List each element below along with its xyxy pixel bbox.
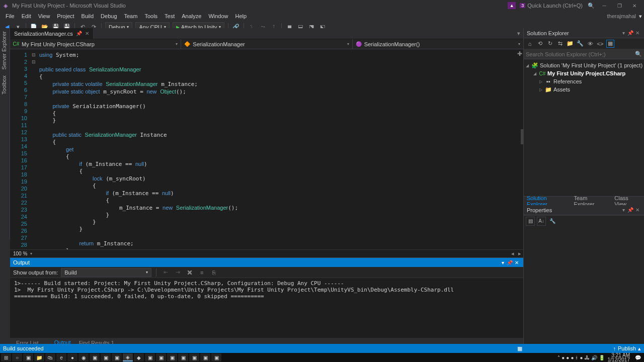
output-wrap-icon[interactable]: ≡ <box>197 268 206 277</box>
edge-taskbar-icon[interactable]: e <box>56 353 66 361</box>
se-close-icon[interactable]: ✕ <box>634 30 641 36</box>
store-taskbar-icon[interactable]: 🛍 <box>45 353 55 361</box>
quick-launch-input[interactable]: Quick Launch (Ctrl+Q) <box>527 3 583 9</box>
cortana-button[interactable]: ○ <box>12 353 22 361</box>
vs-taskbar-icon[interactable]: ◈ <box>123 353 133 361</box>
taskview-button[interactable]: ▣ <box>23 353 33 361</box>
se-refresh-icon[interactable]: ↻ <box>546 40 554 48</box>
system-tray[interactable]: ˄ ● ● ● ᚼ ● 🖧 🔊 🔋 <box>557 355 604 360</box>
start-button[interactable]: ⊞ <box>1 353 11 361</box>
hscroll-right[interactable]: ▸ <box>516 250 523 257</box>
app5-taskbar-icon[interactable]: ▣ <box>145 353 155 361</box>
zoom-level[interactable]: 100 % <box>10 251 30 256</box>
menu-test[interactable]: Test <box>161 13 178 19</box>
tray-icon[interactable]: ● <box>561 355 565 360</box>
tray-volume-icon[interactable]: 🔊 <box>591 355 597 360</box>
se-search-input[interactable] <box>526 51 635 57</box>
code-editor[interactable]: ✚ 12345678910111213141516171819202122232… <box>10 49 523 249</box>
props-alpha-icon[interactable]: A↓ <box>537 217 546 226</box>
props-dropdown-icon[interactable]: ▾ <box>620 207 627 213</box>
tray-icon[interactable]: ● <box>580 355 583 360</box>
unity-taskbar-icon[interactable]: ◆ <box>134 353 144 361</box>
props-categorized-icon[interactable]: ▤ <box>526 217 535 226</box>
tray-bluetooth-icon[interactable]: ᚼ <box>575 355 578 360</box>
menu-view[interactable]: View <box>35 13 54 19</box>
tray-up-icon[interactable]: ˄ <box>557 355 560 360</box>
pin-icon[interactable]: 📌 <box>76 31 82 36</box>
tray-icon[interactable]: ● <box>566 355 569 360</box>
menu-debug[interactable]: Debug <box>97 13 120 19</box>
se-code-icon[interactable]: <> <box>596 40 604 48</box>
split-editor-icon[interactable]: ✚ <box>517 50 522 57</box>
tree-project[interactable]: ◢C#My First Unity Project.CSharp <box>525 69 643 77</box>
menu-team[interactable]: Team <box>121 13 141 19</box>
se-properties-icon[interactable]: 🔧 <box>576 40 584 48</box>
se-collapse-icon[interactable]: ⟲ <box>536 40 544 48</box>
se-home-icon[interactable]: ⌂ <box>526 40 534 48</box>
search-icon[interactable]: 🔍 <box>588 2 595 9</box>
tree-solution[interactable]: ◢🧩Solution 'My First Unity Project' (1 p… <box>525 61 643 69</box>
fold-gutter[interactable]: ⊟⊟ <box>30 49 37 249</box>
action-center-icon[interactable]: 💬 <box>633 353 643 361</box>
tray-icon[interactable]: ● <box>571 355 574 360</box>
app11-taskbar-icon[interactable]: ▣ <box>211 353 221 361</box>
close-tab-icon[interactable]: ✕ <box>85 31 89 36</box>
code-body[interactable]: using System; public sealed class Serial… <box>37 49 523 249</box>
toolbox-tab[interactable]: Toolbox <box>0 72 8 98</box>
output-from-select[interactable]: Build <box>61 268 151 277</box>
output-title[interactable]: Output ▾ 📌 ✕ <box>10 258 523 267</box>
menu-tools[interactable]: Tools <box>141 13 161 19</box>
user-dropdown-icon[interactable]: ▾ <box>639 13 642 20</box>
app8-taskbar-icon[interactable]: ▣ <box>178 353 188 361</box>
app7-taskbar-icon[interactable]: ▣ <box>167 353 177 361</box>
publish-button[interactable]: ↑ Publish ▴ <box>613 345 641 352</box>
zoom-dropdown-icon[interactable]: ▾ <box>30 251 32 256</box>
menu-file[interactable]: File <box>2 13 18 19</box>
menu-project[interactable]: Project <box>53 13 77 19</box>
se-search[interactable]: 🔍 <box>524 49 644 59</box>
document-tab[interactable]: SerializationManager.cs 📌 ✕ <box>10 28 94 39</box>
se-view-icon[interactable]: ▦ <box>606 40 614 48</box>
app10-taskbar-icon[interactable]: ▣ <box>200 353 210 361</box>
chrome-taskbar-icon[interactable]: ◉ <box>78 353 89 361</box>
explorer-taskbar-icon[interactable]: 📁 <box>34 353 44 361</box>
tree-assets[interactable]: ▷📁Assets <box>525 85 643 94</box>
class-combo[interactable]: 🔶SerializationManager <box>181 39 352 49</box>
tray-battery-icon[interactable]: 🔋 <box>599 355 605 360</box>
solution-explorer-header[interactable]: Solution Explorer ▾ 📌 ✕ <box>524 28 644 38</box>
se-preview-icon[interactable]: 👁 <box>586 40 594 48</box>
app-taskbar-icon[interactable]: ● <box>67 353 77 361</box>
hscroll-left[interactable]: ◂ <box>509 250 516 257</box>
tab-overflow-button[interactable]: ▾ <box>514 28 523 39</box>
output-pin-icon[interactable]: 📌 <box>506 260 513 265</box>
menu-edit[interactable]: Edit <box>18 13 35 19</box>
notifications-badge[interactable]: 3 <box>520 3 525 8</box>
tree-references[interactable]: ▷▪▪References <box>525 77 643 85</box>
output-clear-icon[interactable]: 🗙 <box>185 268 194 277</box>
minimize-button[interactable]: ─ <box>597 1 612 11</box>
server-explorer-tab[interactable]: Server Explorer <box>0 28 8 72</box>
feedback-flag-icon[interactable]: ▲ <box>508 2 516 9</box>
output-toggle-icon[interactable]: ⎘ <box>209 268 218 277</box>
props-pin-icon[interactable]: 📌 <box>627 207 634 213</box>
taskbar-clock[interactable]: 3:21 AM1/12/2017 <box>608 353 630 362</box>
menu-build[interactable]: Build <box>78 13 97 19</box>
se-dropdown-icon[interactable]: ▾ <box>620 30 627 36</box>
se-pin-icon[interactable]: 📌 <box>627 30 634 36</box>
project-combo[interactable]: C#My First Unity Project.CSharp <box>10 39 181 49</box>
output-dropdown-icon[interactable]: ▾ <box>499 260 506 265</box>
menu-window[interactable]: Window <box>205 13 231 19</box>
menu-help[interactable]: Help <box>232 13 251 19</box>
tray-network-icon[interactable]: 🖧 <box>585 355 590 360</box>
close-button[interactable]: ✕ <box>627 1 642 11</box>
output-body[interactable]: 1>------ Build started: Project: My Firs… <box>10 278 523 338</box>
member-combo[interactable]: 🟣SerializationManager() <box>353 39 523 49</box>
menu-analyze[interactable]: Analyze <box>178 13 205 19</box>
signed-in-user[interactable]: therajmahal <box>607 13 636 19</box>
maximize-button[interactable]: ❐ <box>612 1 627 11</box>
se-sync-icon[interactable]: ⇆ <box>556 40 564 48</box>
se-showall-icon[interactable]: 📁 <box>566 40 574 48</box>
se-tree[interactable]: ◢🧩Solution 'My First Unity Project' (1 p… <box>524 59 644 196</box>
output-close-icon[interactable]: ✕ <box>513 260 520 265</box>
props-close-icon[interactable]: ✕ <box>634 207 641 213</box>
